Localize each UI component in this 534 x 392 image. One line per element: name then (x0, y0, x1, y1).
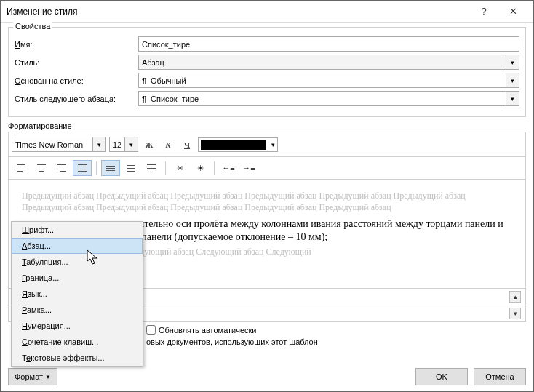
dialog-title: Изменение стиля (7, 7, 469, 17)
font-size-combo[interactable] (109, 137, 125, 152)
menu-text-effects[interactable]: Текстовые эффекты... (12, 350, 143, 366)
next-style-label: Стиль следующего абзаца: (15, 95, 138, 103)
style-combo[interactable] (138, 55, 506, 70)
menu-border[interactable]: Граница... (12, 270, 143, 286)
scroll-down-icon[interactable]: ▾ (509, 308, 521, 319)
preview-before-text: Предыдущий абзац Предыдущий абзац Предыд… (22, 190, 512, 213)
help-button[interactable]: ? (469, 6, 498, 17)
separator (214, 161, 215, 175)
color-preview (201, 140, 266, 150)
menu-language[interactable]: Язык... (12, 286, 143, 302)
chevron-down-icon[interactable]: ▾ (506, 55, 519, 70)
style-label: Стиль: (15, 58, 138, 67)
ok-button[interactable]: OK (415, 368, 468, 385)
increase-indent-button[interactable]: →≡ (239, 160, 258, 176)
auto-update-checkbox[interactable] (146, 325, 156, 335)
bold-button[interactable]: Ж (141, 137, 157, 152)
menu-paragraph[interactable]: Абзац... (12, 238, 143, 254)
chevron-down-icon[interactable]: ▾ (506, 91, 519, 106)
name-label: Имя: (15, 40, 138, 49)
font-family-combo[interactable] (12, 137, 93, 152)
properties-group: Свойства Имя: Стиль: ▾ Основан на стиле:… (8, 27, 526, 117)
name-input[interactable] (138, 36, 519, 52)
new-docs-label: овых документов, использующих этот шабло… (146, 337, 318, 346)
auto-update-label: Обновлять автоматически (159, 326, 257, 335)
format-context-menu: Шрифт... Абзац... Табуляция... Граница..… (11, 221, 143, 367)
align-right-button[interactable] (52, 160, 71, 176)
align-left-button[interactable] (12, 160, 31, 176)
close-button[interactable]: ✕ (498, 6, 527, 17)
scroll-up-icon[interactable]: ▴ (509, 291, 521, 303)
menu-font[interactable]: Шрифт... (12, 222, 143, 238)
based-on-label: Основан на стиле: (15, 76, 138, 85)
properties-legend: Свойства (13, 22, 52, 31)
chevron-down-icon[interactable]: ▾ (268, 141, 277, 148)
space-before-increase-button[interactable]: ✳ (170, 160, 189, 176)
separator (96, 161, 97, 175)
font-toolbar: ▾ ▾ Ж К Ч ▾ (8, 132, 526, 156)
auto-update-row: Обновлять автоматически (146, 325, 526, 335)
decrease-indent-button[interactable]: ←≡ (219, 160, 238, 176)
chevron-down-icon[interactable]: ▾ (506, 73, 519, 88)
menu-tabs[interactable]: Табуляция... (12, 254, 143, 270)
align-justify-button[interactable] (73, 160, 92, 176)
chevron-down-icon[interactable]: ▾ (93, 137, 106, 152)
new-docs-row: овых документов, использующих этот шабло… (146, 337, 526, 346)
separator (165, 161, 166, 175)
menu-frame[interactable]: Рамка... (12, 302, 143, 318)
line-spacing-2-button[interactable] (142, 160, 161, 176)
space-before-decrease-button[interactable]: ✳ (191, 160, 210, 176)
align-center-button[interactable] (32, 160, 51, 176)
paragraph-toolbar: ✳ ✳ ←≡ →≡ (8, 156, 526, 180)
format-button[interactable]: Формат▼ (8, 368, 57, 385)
italic-button[interactable]: К (160, 137, 176, 152)
titlebar: Изменение стиля ? ✕ (1, 1, 533, 23)
cancel-button[interactable]: Отмена (474, 368, 526, 385)
chevron-down-icon[interactable]: ▾ (125, 137, 138, 152)
based-on-combo[interactable] (138, 73, 506, 88)
menu-numbering[interactable]: Нумерация... (12, 318, 143, 334)
menu-shortcut[interactable]: Сочетание клавиш... (12, 334, 143, 350)
line-spacing-1-5-button[interactable] (121, 160, 140, 176)
dialog-footer: Формат▼ OK Отмена (1, 362, 533, 391)
next-style-combo[interactable] (138, 91, 506, 106)
formatting-label: Форматирование (8, 121, 533, 130)
line-spacing-1-button[interactable] (101, 160, 120, 176)
underline-button[interactable]: Ч (179, 137, 195, 152)
font-color-picker[interactable]: ▾ (198, 137, 278, 152)
